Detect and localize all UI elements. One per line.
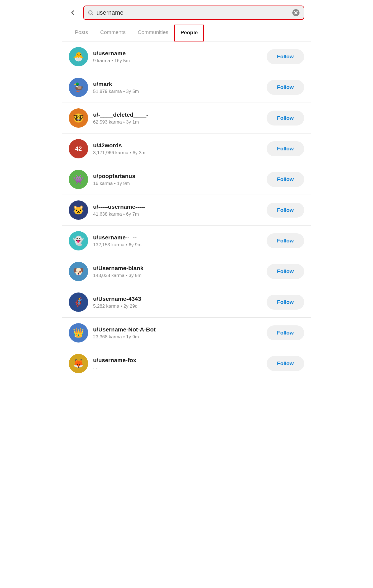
- follow-button[interactable]: Follow: [267, 141, 304, 156]
- user-meta: 5,282 karma • 2y 29d: [93, 304, 262, 309]
- list-item: 👾 u/poopfartanus 16 karma • 1y 9m Follow: [62, 164, 311, 195]
- follow-button[interactable]: Follow: [267, 80, 304, 95]
- list-item: 👑 u/Username-Not-A-Bot 23,368 karma • 1y…: [62, 318, 311, 348]
- user-info: u/mark 51,879 karma • 3y 5m: [93, 81, 262, 94]
- back-button[interactable]: [69, 8, 79, 18]
- user-name: u/username-fox: [93, 357, 262, 364]
- user-meta: ...: [93, 365, 262, 370]
- user-name: u/-----username-----: [93, 203, 262, 210]
- user-name: u/Username-blank: [93, 265, 262, 271]
- user-meta: 3,171,966 karma • 6y 3m: [93, 150, 262, 156]
- user-meta: 16 karma • 1y 9m: [93, 181, 262, 186]
- search-bar: [83, 6, 304, 20]
- avatar: 👑: [69, 323, 88, 343]
- user-meta: 9 karma • 16y 5m: [93, 58, 262, 64]
- user-info: u/-____deleted____- 62,593 karma • 3y 1m: [93, 111, 262, 125]
- follow-button[interactable]: Follow: [267, 203, 304, 218]
- avatar: 👾: [69, 170, 88, 189]
- user-name: u/Username-Not-A-Bot: [93, 326, 262, 333]
- follow-button[interactable]: Follow: [267, 233, 304, 248]
- user-meta: 62,593 karma • 3y 1m: [93, 119, 262, 125]
- user-info: u/Username-Not-A-Bot 23,368 karma • 1y 9…: [93, 326, 262, 340]
- tab-posts[interactable]: Posts: [69, 24, 94, 41]
- list-item: 42 u/42words 3,171,966 karma • 6y 3m Fol…: [62, 134, 311, 164]
- tab-communities[interactable]: Communities: [132, 24, 174, 41]
- user-name: u/username: [93, 50, 262, 57]
- avatar: 🤓: [69, 108, 88, 128]
- user-meta: 132,153 karma • 6y 9m: [93, 242, 262, 248]
- list-item: 👻 u/username--_-- 132,153 karma • 6y 9m …: [62, 226, 311, 256]
- user-info: u/Username-4343 5,282 karma • 2y 29d: [93, 296, 262, 309]
- header: [62, 0, 311, 24]
- user-name: u/42words: [93, 142, 262, 149]
- follow-button[interactable]: Follow: [267, 111, 304, 126]
- user-info: u/Username-blank 143,038 karma • 3y 9m: [93, 265, 262, 278]
- follow-button[interactable]: Follow: [267, 264, 304, 279]
- follow-button[interactable]: Follow: [267, 172, 304, 187]
- user-info: u/username--_-- 132,153 karma • 6y 9m: [93, 234, 262, 248]
- list-item: 🐱 u/-----username----- 41,638 karma • 6y…: [62, 195, 311, 226]
- avatar: 🦸: [69, 292, 88, 312]
- follow-button[interactable]: Follow: [267, 49, 304, 64]
- list-item: 🐣 u/username 9 karma • 16y 5m Follow: [62, 41, 311, 72]
- clear-button[interactable]: [292, 9, 300, 17]
- user-name: u/mark: [93, 81, 262, 87]
- user-name: u/username--_--: [93, 234, 262, 241]
- user-info: u/poopfartanus 16 karma • 1y 9m: [93, 173, 262, 186]
- user-list: 🐣 u/username 9 karma • 16y 5m Follow 🦆 u…: [62, 41, 311, 379]
- list-item: 🦊 u/username-fox ... Follow: [62, 348, 311, 379]
- follow-button[interactable]: Follow: [267, 356, 304, 371]
- user-meta: 23,368 karma • 1y 9m: [93, 334, 262, 340]
- avatar: 🐣: [69, 47, 88, 66]
- user-name: u/-____deleted____-: [93, 111, 262, 118]
- user-name: u/poopfartanus: [93, 173, 262, 179]
- follow-button[interactable]: Follow: [267, 325, 304, 340]
- list-item: 🦸 u/Username-4343 5,282 karma • 2y 29d F…: [62, 287, 311, 318]
- tab-comments[interactable]: Comments: [94, 24, 132, 41]
- user-info: u/-----username----- 41,638 karma • 6y 7…: [93, 203, 262, 217]
- list-item: 🦆 u/mark 51,879 karma • 3y 5m Follow: [62, 72, 311, 103]
- search-icon: [88, 10, 94, 16]
- user-meta: 41,638 karma • 6y 7m: [93, 211, 262, 217]
- avatar: 42: [69, 139, 88, 158]
- avatar: 🦊: [69, 354, 88, 373]
- avatar: 👻: [69, 231, 88, 250]
- tab-people[interactable]: People: [174, 25, 204, 41]
- user-meta: 51,879 karma • 3y 5m: [93, 89, 262, 94]
- avatar: 🦆: [69, 78, 88, 97]
- follow-button[interactable]: Follow: [267, 295, 304, 310]
- list-item: 🐶 u/Username-blank 143,038 karma • 3y 9m…: [62, 256, 311, 287]
- user-info: u/username 9 karma • 16y 5m: [93, 50, 262, 64]
- tabs-bar: Posts Comments Communities People: [62, 24, 311, 41]
- avatar: 🐱: [69, 200, 88, 220]
- user-name: u/Username-4343: [93, 296, 262, 302]
- svg-line-1: [92, 14, 93, 15]
- search-input[interactable]: [96, 9, 289, 16]
- avatar: 🐶: [69, 262, 88, 281]
- list-item: 🤓 u/-____deleted____- 62,593 karma • 3y …: [62, 103, 311, 134]
- user-meta: 143,038 karma • 3y 9m: [93, 273, 262, 278]
- user-info: u/42words 3,171,966 karma • 6y 3m: [93, 142, 262, 156]
- user-info: u/username-fox ...: [93, 357, 262, 370]
